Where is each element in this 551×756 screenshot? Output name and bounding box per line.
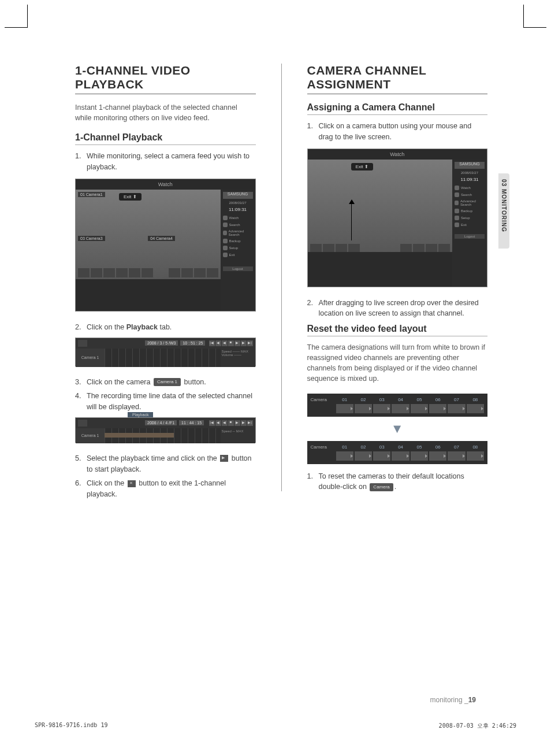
next-icon[interactable]: ▶ (241, 340, 247, 346)
prev-icon[interactable]: ◀ (215, 340, 221, 346)
prev-icon[interactable]: ◀ (215, 420, 221, 426)
tl-time[interactable]: 11 : 44 : 15 (179, 420, 204, 425)
layout-btn[interactable] (142, 268, 153, 277)
steps-cont2: 3. Click on the camera Camera 1 button. … (75, 377, 256, 413)
cam-slot[interactable] (392, 451, 409, 461)
camera1-button[interactable]: Camera 1 (154, 378, 181, 386)
menu-advsearch[interactable]: Advanced Search (223, 228, 253, 238)
menu-backup[interactable]: Backup (223, 238, 253, 244)
tl-grid[interactable] (105, 428, 221, 443)
cam-slot[interactable] (448, 451, 465, 461)
layout-btn[interactable] (103, 268, 115, 277)
exit-button[interactable]: Exit ⬆ (351, 163, 374, 171)
tl-camera-label[interactable]: Camera 1 (76, 349, 105, 367)
tl-date[interactable]: 2008 / 4 / 4 /F1 (145, 420, 177, 425)
cam-slot[interactable] (429, 451, 446, 461)
layout-btn[interactable] (78, 268, 90, 277)
menu-exit[interactable]: Exit (223, 251, 253, 258)
tl-time[interactable]: 10 : 51 : 25 (180, 340, 205, 346)
cam-slot[interactable] (336, 451, 353, 461)
screenshot-monitoring: Watch Exit ⬆ 01 Camera1 03 Camera3 04 Ca… (75, 179, 256, 312)
skip-start-icon[interactable]: |◀ (209, 420, 215, 426)
refresh-icon[interactable] (78, 340, 87, 347)
step-num: 6. (75, 478, 87, 500)
logout-button[interactable]: Logout (223, 266, 253, 271)
tl-grid[interactable] (105, 349, 221, 367)
play-icon-button[interactable] (220, 455, 228, 462)
tl-date[interactable]: 2008 / 3 / 5 /W3 (145, 340, 178, 346)
screenshot-assign: Watch Exit ⬆ (307, 149, 488, 287)
menu-setup[interactable]: Setup (455, 214, 485, 221)
step-num: 5. (75, 453, 87, 475)
skip-end-icon[interactable]: ▶| (247, 420, 253, 426)
menu-watch[interactable]: Watch (223, 214, 253, 221)
rew-icon[interactable]: ◀ (222, 420, 228, 426)
refresh-icon[interactable] (78, 420, 87, 427)
menu-exit[interactable]: Exit (455, 221, 485, 228)
camera-label[interactable]: Camera (311, 444, 336, 461)
cam-slot[interactable] (336, 404, 353, 413)
layout-controls (76, 268, 221, 277)
step-num: 1. (307, 471, 319, 493)
cam-numbers: 0102030405060708 (336, 444, 485, 450)
playback-controls: |◀ ◀ ◀ ■ ▶ ▶ ▶| (209, 420, 255, 426)
cam-slot[interactable] (467, 404, 484, 413)
cam-slot[interactable] (448, 404, 465, 413)
step-num: 3. (75, 377, 87, 388)
steps-cont3: 5. Select the playback time and click on… (75, 453, 256, 500)
step-text: Select the playback time and click on th… (87, 453, 256, 475)
rstep-3: 1. To reset the cameras to their default… (307, 471, 488, 493)
power-icon (455, 223, 459, 227)
step-num: 1. (307, 121, 319, 143)
step-text: To reset the cameras to their default lo… (319, 471, 488, 493)
camera-label[interactable]: Camera (311, 397, 336, 413)
skip-start-icon[interactable]: |◀ (209, 340, 215, 346)
stop-icon[interactable]: ■ (228, 420, 234, 426)
steps-right-1: 1. Click on a camera button using your m… (307, 121, 488, 143)
playback-tab[interactable]: Playback (128, 412, 153, 417)
exit-icon-button[interactable] (128, 480, 136, 487)
cam-slot[interactable] (373, 451, 390, 461)
intro-text: Instant 1-channel playback of the select… (75, 102, 256, 123)
tool-btn[interactable] (194, 268, 206, 277)
steps-right-2: 2. After dragging to live screen drop ov… (307, 298, 488, 320)
stop-icon[interactable]: ■ (228, 340, 234, 346)
layout-btn[interactable] (129, 268, 140, 277)
cam-slot[interactable] (355, 404, 372, 413)
crop-mark-tr (523, 5, 546, 28)
camera-label-button[interactable]: Camera (370, 483, 393, 491)
crop-mark-tl (5, 5, 28, 28)
menu-search[interactable]: Search (223, 221, 253, 228)
cam-slot[interactable] (392, 404, 409, 413)
tl-camera-label[interactable]: Camera 1 (76, 428, 105, 443)
camera-row-before: Camera 0102030405060708 (307, 394, 488, 417)
skip-end-icon[interactable]: ▶| (247, 340, 253, 346)
cam-slot[interactable] (467, 451, 484, 461)
step-text: While monitoring, select a camera feed y… (87, 151, 256, 173)
cam-slot[interactable] (355, 451, 372, 461)
menu-watch[interactable]: Watch (455, 184, 485, 191)
play-icon[interactable]: ▶ (234, 420, 240, 426)
subheading-1ch: 1-Channel Playback (75, 132, 256, 145)
cam-slot[interactable] (411, 404, 428, 413)
tool-btn[interactable] (207, 268, 218, 277)
play-icon[interactable]: ▶ (234, 340, 240, 346)
next-icon[interactable]: ▶ (241, 420, 247, 426)
rew-icon[interactable]: ◀ (222, 340, 228, 346)
layout-btn[interactable] (116, 268, 128, 277)
exit-button[interactable]: Exit ⬆ (119, 193, 142, 201)
menu-advsearch[interactable]: Advanced Search (455, 198, 485, 207)
ss-date: 2008/03/27 (223, 201, 253, 205)
menu-backup[interactable]: Backup (455, 207, 485, 214)
tool-btn[interactable] (181, 268, 193, 277)
step-num: 4. (75, 391, 87, 413)
step-4: 4. The recording time line data of the s… (75, 391, 256, 413)
logout-button[interactable]: Logout (455, 234, 485, 239)
menu-search[interactable]: Search (455, 191, 485, 198)
cam-slot[interactable] (429, 404, 446, 413)
tool-btn[interactable] (169, 268, 180, 277)
cam-slot[interactable] (373, 404, 390, 413)
cam-slot[interactable] (411, 451, 428, 461)
layout-btn[interactable] (91, 268, 102, 277)
menu-setup[interactable]: Setup (223, 244, 253, 251)
